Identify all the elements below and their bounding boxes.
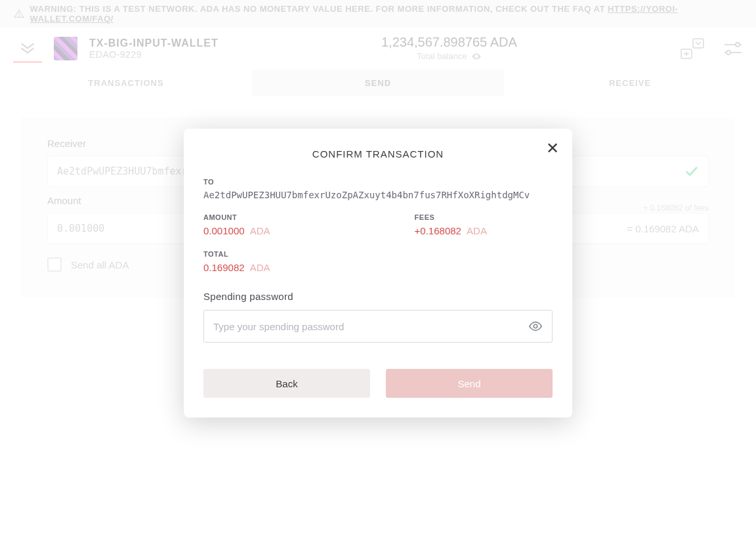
to-value: Ae2tdPwUPEZ3HUU7bmfexrUzoZpAZxuyt4b4bn7f… bbox=[203, 190, 553, 200]
close-icon[interactable]: ✕ bbox=[546, 140, 559, 156]
svg-point-9 bbox=[534, 324, 537, 328]
fees-label-modal: FEES bbox=[415, 213, 487, 221]
confirm-tx-modal: CONFIRM TRANSACTION ✕ TO Ae2tdPwUPEZ3HUU… bbox=[184, 129, 572, 417]
fees-value-modal: +0.168082 ADA bbox=[415, 225, 487, 237]
send-button[interactable]: Send bbox=[386, 369, 553, 398]
back-button[interactable]: Back bbox=[203, 369, 370, 398]
to-label: TO bbox=[203, 178, 553, 186]
modal-overlay: CONFIRM TRANSACTION ✕ TO Ae2tdPwUPEZ3HUU… bbox=[0, 0, 756, 556]
total-value-modal: 0.169082 ADA bbox=[203, 262, 553, 274]
spending-password-label: Spending password bbox=[203, 291, 553, 302]
total-label-modal: TOTAL bbox=[203, 250, 553, 258]
spending-password-input-wrap bbox=[203, 310, 553, 343]
modal-title: CONFIRM TRANSACTION bbox=[203, 148, 553, 160]
amount-value-modal: 0.001000 ADA bbox=[203, 225, 270, 237]
eye-icon[interactable] bbox=[528, 319, 543, 333]
amount-label-modal: AMOUNT bbox=[203, 213, 270, 221]
spending-password-input[interactable] bbox=[213, 321, 543, 332]
